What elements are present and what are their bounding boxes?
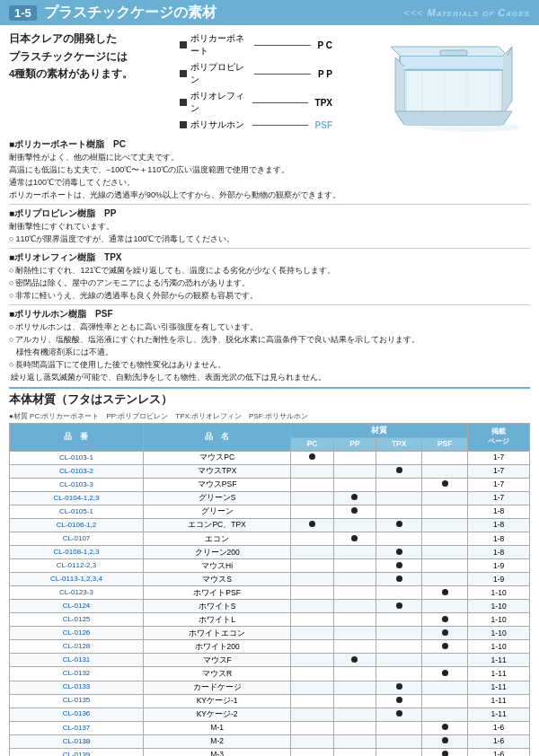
cell-mat-pc bbox=[291, 734, 333, 748]
cell-hinmei: KYケージ-1 bbox=[143, 694, 290, 708]
mat-name-pp: ポリプロピレン bbox=[190, 61, 247, 86]
cell-mat-pc bbox=[291, 681, 333, 694]
cell-page: 1-9 bbox=[468, 559, 530, 573]
product-table: 品 番 品 名 材質 掲載ページ PC PP TPX PSF CL-0103-1… bbox=[9, 423, 530, 756]
cell-page: 1-7 bbox=[468, 491, 530, 505]
cell-hinban: CL-0135 bbox=[10, 694, 144, 708]
cell-mat-pp bbox=[333, 748, 376, 756]
cell-mat-pp bbox=[333, 600, 376, 613]
pc-line3: 通常は100℃で消毒してください。 bbox=[9, 177, 530, 189]
table-row: CL-0108-1,2,3クリーン2001-8 bbox=[10, 546, 530, 559]
cell-hinmei: M-1 bbox=[143, 721, 290, 734]
cell-mat-pc bbox=[291, 640, 333, 654]
cell-page: 1-8 bbox=[468, 518, 530, 532]
cell-page: 1-10 bbox=[468, 627, 530, 640]
cell-mat-pp bbox=[333, 613, 376, 627]
cell-mat-pc bbox=[291, 559, 333, 573]
cell-mat-tpx bbox=[376, 464, 422, 478]
cell-page: 1-6 bbox=[468, 721, 530, 734]
cell-mat-pp bbox=[333, 640, 376, 654]
cell-mat-tpx bbox=[376, 721, 422, 734]
cell-hinban: CL-0105-1 bbox=[10, 505, 144, 518]
cell-mat-tpx bbox=[376, 613, 422, 627]
cell-hinmei: M-2 bbox=[143, 734, 290, 748]
psf-line3: 様性有機溶剤系には不適。 bbox=[9, 347, 530, 358]
cell-mat-pc bbox=[291, 518, 333, 532]
cell-mat-tpx bbox=[376, 546, 422, 559]
cell-mat-psf bbox=[422, 721, 468, 734]
cell-mat-pc bbox=[291, 721, 333, 734]
cell-mat-psf bbox=[422, 559, 468, 573]
table-head: 品 番 品 名 材質 掲載ページ PC PP TPX PSF bbox=[10, 424, 530, 452]
cell-hinmei: ホワイトS bbox=[143, 600, 290, 613]
table-header-row1: 品 番 品 名 材質 掲載ページ bbox=[10, 424, 530, 438]
psf-line1: ポリサルホンは、高弾性率とともに高い引張強度を有しています。 bbox=[9, 321, 530, 333]
intro-section: 日本クレアの開発したプラスチックケージには4種類の素材があります。 bbox=[9, 31, 180, 135]
mat-name-pc: ポリカーボネート bbox=[190, 32, 247, 57]
psf-section: ■ポリサルホン樹脂 PSF ポリサルホンは、高弾性率とともに高い引張強度を有して… bbox=[0, 308, 539, 383]
cell-mat-psf bbox=[422, 654, 468, 667]
cell-hinmei: マウスS bbox=[143, 573, 290, 586]
cell-mat-tpx bbox=[376, 559, 422, 573]
cell-hinban: CL-0139 bbox=[10, 748, 144, 756]
table-row: CL-0107エコン1-8 bbox=[10, 532, 530, 546]
cell-hinmei: エコンPC、TPX bbox=[143, 518, 290, 532]
pp-line1: 耐衝撃性にすぐれています。 bbox=[9, 221, 530, 233]
table-row: CL-0103-1マウスPC1-7 bbox=[10, 451, 530, 464]
tpx-line1: 耐熱性にすぐれ、121℃で滅菌を繰り返しても、温度による劣化が少なく長持ちします… bbox=[9, 265, 530, 277]
cell-page: 1-11 bbox=[468, 654, 530, 667]
cell-mat-psf bbox=[422, 708, 468, 721]
cell-mat-psf bbox=[422, 681, 468, 694]
cell-hinban: CL-0103-2 bbox=[10, 464, 144, 478]
cell-page: 1-11 bbox=[468, 667, 530, 681]
cell-mat-tpx bbox=[376, 586, 422, 600]
cell-hinban: CL-0103-3 bbox=[10, 478, 144, 491]
mat-name-psf: ポリサルホン bbox=[190, 119, 245, 131]
pp-line2: 110℃が限界温度ですが、通常は100℃で消毒してください。 bbox=[9, 233, 530, 245]
cell-mat-pp bbox=[333, 586, 376, 600]
cell-hinban: CL-0104-1,2,3 bbox=[10, 491, 144, 505]
mat-item-pp: ポリプロピレン P P bbox=[180, 61, 332, 86]
cell-page: 1-11 bbox=[468, 694, 530, 708]
intro-text: 日本クレアの開発したプラスチックケージには4種類の素材があります。 bbox=[9, 31, 180, 84]
pp-section: ■ポリプロピレン樹脂 PP 耐衝撃性にすぐれています。 110℃が限界温度ですが… bbox=[0, 207, 539, 245]
table-row: CL-0126ホワイトエコン1-10 bbox=[10, 627, 530, 640]
mat-item-tpx: ポリオレフィン TPX bbox=[180, 90, 332, 115]
pc-line2: 高温にも低温にも丈夫で、−100℃〜＋110℃の広い温度範囲で使用できます。 bbox=[9, 164, 530, 176]
cell-hinmei: ホワイトL bbox=[143, 613, 290, 627]
cell-mat-pp bbox=[333, 694, 376, 708]
mat-name-tpx: ポリオレフィン bbox=[190, 90, 245, 115]
cell-mat-psf bbox=[422, 627, 468, 640]
cell-page: 1-6 bbox=[468, 734, 530, 748]
mat-bullet-tpx bbox=[180, 99, 187, 106]
cell-hinmei: グリーンS bbox=[143, 491, 290, 505]
cell-mat-tpx bbox=[376, 518, 422, 532]
cell-mat-pp bbox=[333, 654, 376, 667]
cell-mat-pc bbox=[291, 532, 333, 546]
cell-mat-pc bbox=[291, 627, 333, 640]
cell-mat-pc bbox=[291, 491, 333, 505]
cell-hinban: CL-0112-2,3 bbox=[10, 559, 144, 573]
page: 1-5 プラスチックケージの素材 <<< Materials of Cages … bbox=[0, 0, 539, 756]
table-row: CL-0132マウスR1-11 bbox=[10, 667, 530, 681]
cell-mat-psf bbox=[422, 640, 468, 654]
cell-page: 1-10 bbox=[468, 613, 530, 627]
cell-page: 1-11 bbox=[468, 708, 530, 721]
cell-hinban: CL-0106-1,2 bbox=[10, 518, 144, 532]
table-row: CL-0123-3ホワイトPSF1-10 bbox=[10, 586, 530, 600]
cell-page: 1-8 bbox=[468, 532, 530, 546]
cell-mat-pp bbox=[333, 627, 376, 640]
cell-hinmei: グリーン bbox=[143, 505, 290, 518]
cell-page: 1-10 bbox=[468, 586, 530, 600]
cell-mat-psf bbox=[422, 464, 468, 478]
table-row: CL-0128ホワイト2001-10 bbox=[10, 640, 530, 654]
cell-hinban: CL-0113-1,2,3,4 bbox=[10, 573, 144, 586]
cell-mat-tpx bbox=[376, 451, 422, 464]
table-row: CL-0135KYケージ-11-11 bbox=[10, 694, 530, 708]
mat-line-pc bbox=[254, 45, 311, 46]
cage-illustration bbox=[386, 31, 530, 134]
tpx-title: ■ポリオレフィン樹脂 TPX bbox=[9, 251, 530, 264]
cell-mat-psf bbox=[422, 546, 468, 559]
body-section-header: 本体材質（フタはステンレス） ●材質 PC:ポリカーボネート PP:ポリプロピレ… bbox=[9, 387, 530, 421]
mat-code-tpx: TPX bbox=[315, 98, 332, 108]
